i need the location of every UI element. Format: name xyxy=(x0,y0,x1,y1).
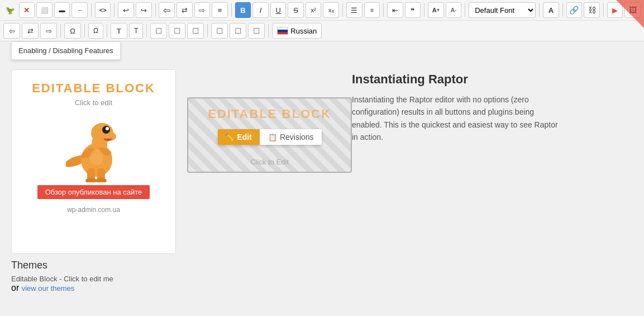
auto-button[interactable]: Ω xyxy=(88,23,103,39)
corner-decoration xyxy=(616,0,644,28)
separator-7 xyxy=(424,3,424,17)
superscript-button[interactable]: x² xyxy=(306,2,322,18)
collapse-button[interactable]: ▬ xyxy=(54,2,70,18)
raptor-illustration xyxy=(66,115,122,177)
separator-9 xyxy=(539,3,540,17)
toolbar: 🦖 ✕ ⬜ ▬ ··· <> ↩ ↪ ⇦ ⇄ ⇨ ≡ B I U S x² x₂… xyxy=(0,0,644,41)
box1-button[interactable]: □ xyxy=(150,23,167,39)
revisions-button[interactable]: 📋 Revisions xyxy=(260,129,322,145)
align-right2-button[interactable]: ⇨ xyxy=(40,23,57,39)
revisions-icon: 📋 xyxy=(268,133,277,142)
separator-6 xyxy=(383,3,384,17)
left-editable-block[interactable]: EDITABLE BLOCK Click to edit xyxy=(11,69,176,254)
language-button[interactable]: Russian xyxy=(272,23,322,39)
themes-text: Editable Block - Click to edit me xyxy=(11,275,633,283)
insert-link-button[interactable]: 🔗 xyxy=(566,2,583,18)
left-block-title: EDITABLE BLOCK xyxy=(32,81,155,96)
edit-toolbar: ✏️ Edit 📋 Revisions xyxy=(217,129,321,145)
right-block-title: EDITABLE BLOCK xyxy=(188,98,351,130)
pencil-icon: ✏️ xyxy=(225,133,234,142)
raptor-svg xyxy=(66,115,122,182)
main-area: Enabling / Disabling Features EDITABLE B… xyxy=(0,41,644,254)
separator-11 xyxy=(603,3,604,17)
content-text: Instantiating the Raptor editor with no … xyxy=(352,93,564,144)
close-button[interactable]: ✕ xyxy=(19,2,35,18)
svg-point-4 xyxy=(85,178,97,182)
toolbar-row1: 🦖 ✕ ⬜ ▬ ··· <> ↩ ↪ ⇦ ⇄ ⇨ ≡ B I U S x² x₂… xyxy=(0,0,644,21)
align-center-button[interactable]: ⇄ xyxy=(176,2,193,18)
fontsize-down-button[interactable]: A- xyxy=(446,2,462,18)
separator-14 xyxy=(107,24,107,37)
separator-12 xyxy=(60,24,61,37)
fontsize-up-button[interactable]: A+ xyxy=(428,2,444,18)
underline-button[interactable]: U xyxy=(270,2,287,18)
flag-icon xyxy=(277,27,288,35)
svg-point-5 xyxy=(96,178,107,182)
breadcrumb-dropdown[interactable]: Enabling / Disabling Features xyxy=(11,41,121,60)
clear-format-button[interactable]: A xyxy=(543,2,559,18)
box3-button[interactable]: □ xyxy=(187,23,204,39)
box4-button[interactable]: □ xyxy=(211,23,228,39)
undo-button[interactable]: ↩ xyxy=(118,2,134,18)
bold-button[interactable]: B xyxy=(235,2,251,18)
site-link: wp-admin.com.ua xyxy=(67,206,120,214)
unordered-list-button[interactable]: ☰ xyxy=(346,2,362,18)
right-block-container: EDITABLE BLOCK Click to Edit ✏️ Edit 📋 R… xyxy=(187,69,352,254)
align-right-button[interactable]: ⇨ xyxy=(194,2,211,18)
blockquote-button[interactable]: ❝ xyxy=(405,2,421,18)
themes-link-prefix: or xyxy=(11,283,22,293)
separator-2 xyxy=(114,3,115,17)
strikethrough-button[interactable]: S xyxy=(288,2,304,18)
separator-3 xyxy=(155,3,156,17)
toolbar-row2: ⇦ ⇄ ⇨ Ω Ω T T □ □ □ □ □ □ Russian xyxy=(0,21,644,41)
subscript-button[interactable]: x₂ xyxy=(323,2,339,18)
revisions-button-label: Revisions xyxy=(280,133,314,142)
left-block-subtitle: Click to edit xyxy=(75,98,112,107)
themes-link-row: or view our themes xyxy=(11,283,633,293)
review-badge: Обзор опубликован на сайте xyxy=(37,185,150,199)
content-section: Instantiating Raptor Instantiating the R… xyxy=(352,41,633,254)
indent-button[interactable]: ⇤ xyxy=(387,2,403,18)
more-button[interactable]: ··· xyxy=(71,2,88,18)
raptor-logo-button[interactable]: 🦖 xyxy=(3,2,17,18)
themes-heading: Themes xyxy=(11,260,633,271)
right-editable-block[interactable]: EDITABLE BLOCK Click to Edit ✏️ Edit 📋 R… xyxy=(187,97,352,173)
separator-4 xyxy=(231,3,232,17)
font-family-select[interactable]: Default Font xyxy=(469,2,536,18)
separator-15 xyxy=(146,24,147,37)
separator-16 xyxy=(207,24,208,37)
bottom-section: Themes Editable Block - Click to edit me… xyxy=(0,254,644,299)
font-icon-button[interactable]: T xyxy=(111,23,127,39)
align-center2-button[interactable]: ⇄ xyxy=(22,23,39,39)
separator-13 xyxy=(84,24,85,37)
box5-button[interactable]: □ xyxy=(230,23,246,39)
separator-17 xyxy=(268,24,269,37)
language-label: Russian xyxy=(290,27,317,35)
insert-link2-button[interactable]: ⛓ xyxy=(584,2,600,18)
svg-point-10 xyxy=(106,127,109,130)
special-char-button[interactable]: Ω xyxy=(64,23,81,39)
italic-button[interactable]: I xyxy=(252,2,269,18)
separator-1 xyxy=(91,3,92,17)
svg-point-13 xyxy=(90,149,103,166)
separator-10 xyxy=(562,3,563,17)
separator-8 xyxy=(465,3,465,17)
view-themes-link[interactable]: view our themes xyxy=(22,284,75,293)
content-heading: Instantiating Raptor xyxy=(352,72,633,87)
ordered-list-button[interactable]: ≡ xyxy=(364,2,380,18)
align-left2-button[interactable]: ⇦ xyxy=(3,23,20,39)
align-left-button[interactable]: ⇦ xyxy=(159,2,175,18)
edit-button-label: Edit xyxy=(237,133,251,142)
align-justify-button[interactable]: ≡ xyxy=(212,2,228,18)
source-button[interactable]: <> xyxy=(95,2,111,18)
edit-button[interactable]: ✏️ Edit xyxy=(217,129,259,145)
box2-button[interactable]: □ xyxy=(169,23,185,39)
expand-button[interactable]: ⬜ xyxy=(36,2,53,18)
box6-button[interactable]: □ xyxy=(248,23,265,39)
nd-button[interactable]: T xyxy=(129,23,143,39)
separator-5 xyxy=(342,3,343,17)
redo-button[interactable]: ↪ xyxy=(136,2,152,18)
